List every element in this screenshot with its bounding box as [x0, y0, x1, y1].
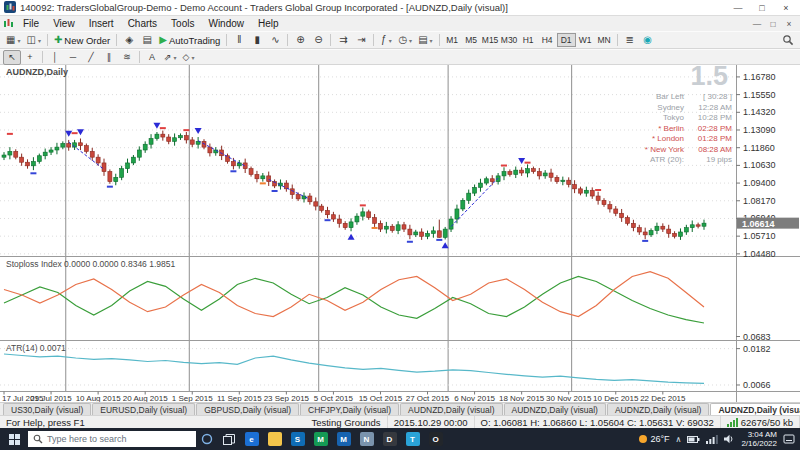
zoom-out-button-icon: ⊖ — [314, 35, 322, 45]
network-icon[interactable] — [706, 435, 718, 444]
taskbar-icon-discord[interactable]: D — [378, 428, 401, 450]
weather-widget[interactable]: 26°F — [639, 434, 669, 444]
cortana-button[interactable] — [196, 428, 218, 450]
menu-help[interactable]: Help — [251, 18, 286, 29]
windows-taskbar: Type here to search eSMMNDTO 26°F ∧ 3:04… — [0, 428, 800, 450]
window-close-button[interactable]: × — [776, 3, 796, 13]
taskbar-icon-obs[interactable]: O — [424, 428, 447, 450]
timeframe-mn-button[interactable]: MN — [595, 33, 614, 47]
menu-insert[interactable]: Insert — [82, 18, 121, 29]
vertical-line-button[interactable]: │ — [46, 50, 64, 65]
menu-tools[interactable]: Tools — [164, 18, 201, 29]
candlestick-chart-button[interactable]: ▮ — [248, 33, 266, 48]
periods-button[interactable]: ◷▾ — [395, 33, 415, 48]
chart-restore-button[interactable]: □ — [765, 19, 781, 29]
chart-tab-0[interactable]: US30,Daily (visual) — [3, 403, 91, 415]
chart-tab-6[interactable]: AUDNZD,Daily (visual) — [607, 403, 709, 415]
status-connection[interactable]: 62676/50 kb — [721, 416, 800, 428]
zoom-out-button[interactable]: ⊖ — [309, 33, 327, 48]
window-minimize-button[interactable]: — — [728, 3, 748, 13]
timeframe-h1-button[interactable]: H1 — [519, 33, 538, 47]
zoom-in-button[interactable]: ⊕ — [291, 33, 309, 48]
indicators-button[interactable]: ƒ▾ — [377, 33, 395, 48]
taskbar-icon-edge[interactable]: e — [240, 428, 263, 450]
svg-text:1.15550: 1.15550 — [743, 90, 776, 100]
menu-window[interactable]: Window — [201, 18, 251, 29]
chart-system-menu-icon[interactable] — [3, 18, 14, 29]
clock-row: ATR (20):19 pips — [645, 155, 732, 166]
taskbar-clock[interactable]: 3:04 AM 2/16/2022 — [741, 430, 777, 448]
system-tray: 26°F ∧ 3:04 AM 2/16/2022 — [639, 428, 800, 450]
battery-icon[interactable] — [687, 435, 700, 444]
fibonacci-button[interactable]: ≋ — [118, 50, 136, 65]
community-button[interactable]: ◉ — [639, 33, 657, 48]
taskbar-icon-store[interactable]: S — [286, 428, 309, 450]
tray-overflow-button[interactable]: ∧ — [676, 435, 682, 444]
candle — [526, 169, 530, 173]
chart-tab-1[interactable]: EURUSD,Daily (visual) — [92, 403, 195, 415]
metaeditor-button[interactable]: ◈ — [120, 33, 138, 48]
horizontal-line-button[interactable]: ─ — [64, 50, 82, 65]
new-chart-button[interactable]: ▦▾ — [3, 33, 23, 48]
candle — [226, 156, 230, 162]
date-label: 11 Sep 2015 — [217, 394, 262, 403]
chart-tab-7[interactable]: AUDNZD,Daily (visual) — [710, 403, 800, 415]
timeframe-m30-button[interactable]: M30 — [500, 33, 519, 47]
menu-view[interactable]: View — [46, 18, 82, 29]
window-title: 140092: TradersGlobalGroup-Demo - Demo A… — [20, 2, 724, 13]
shapes-button[interactable]: ◇▾ — [180, 50, 198, 65]
start-button[interactable] — [0, 428, 28, 450]
taskbar-icon-notes[interactable]: N — [355, 428, 378, 450]
timeframe-m15-button[interactable]: M15 — [481, 33, 500, 47]
taskbar-icon-mt5[interactable]: M — [332, 428, 355, 450]
taskbar-icon-telegram[interactable]: T — [401, 428, 424, 450]
chart-shift-button[interactable]: ⇥ — [352, 33, 370, 48]
data-window-button[interactable]: ≣ — [621, 33, 639, 48]
window-maximize-button[interactable]: □ — [752, 3, 772, 13]
timeframe-w1-button[interactable]: W1 — [576, 33, 595, 47]
chart-tab-3[interactable]: CHFJPY,Daily (visual) — [300, 403, 399, 415]
auto-scroll-button[interactable]: ⇉ — [334, 33, 352, 48]
trendline-button[interactable]: ╱ — [82, 50, 100, 65]
timeframe-d1-button[interactable]: D1 — [557, 33, 576, 47]
cursor-button[interactable]: ↖ — [3, 50, 21, 65]
taskbar-icon-mt4[interactable]: M — [309, 428, 332, 450]
menu-file[interactable]: File — [16, 18, 46, 29]
chart-tab-4[interactable]: AUDNZD,Daily (visual) — [400, 403, 502, 415]
task-view-button[interactable] — [218, 428, 240, 450]
menu-charts[interactable]: Charts — [121, 18, 164, 29]
chart-minimize-button[interactable]: — — [749, 19, 765, 29]
channel-button[interactable]: ∥ — [100, 50, 118, 65]
notification-center-icon[interactable] — [783, 434, 795, 444]
timeframe-m1-button[interactable]: M1 — [443, 33, 462, 47]
profiles-button[interactable]: ◫▾ — [23, 33, 43, 48]
chart-tab-5[interactable]: AUDNZD,Daily (visual) — [504, 403, 606, 415]
arrows-button[interactable]: ⇗▾ — [161, 50, 180, 65]
terminal-button[interactable]: ▤ — [138, 33, 156, 48]
candle — [149, 138, 153, 144]
svg-text:1.16780: 1.16780 — [743, 72, 776, 82]
candle — [543, 173, 547, 176]
candle — [426, 233, 430, 236]
search-button[interactable] — [779, 33, 797, 48]
chart-tab-2[interactable]: GBPUSD,Daily (visual) — [196, 403, 299, 415]
autotrading-button[interactable]: ▶AutoTrading — [156, 33, 223, 48]
text-button[interactable]: A — [143, 50, 161, 65]
chart-close-button[interactable]: × — [781, 19, 797, 29]
volume-icon[interactable] — [724, 434, 735, 444]
candle — [414, 232, 418, 235]
candle — [84, 146, 88, 152]
bar-chart-button[interactable]: ǁ — [230, 33, 248, 48]
candle — [643, 232, 647, 235]
taskbar-icon-file-explorer[interactable] — [263, 428, 286, 450]
templates-button[interactable]: ▤▾ — [415, 33, 435, 48]
new-order-button[interactable]: ✚New Order — [51, 33, 113, 48]
metaeditor-button-icon: ◈ — [125, 35, 133, 45]
crosshair-button[interactable]: + — [21, 50, 39, 65]
line-chart-button[interactable]: ∿ — [266, 33, 284, 48]
timeframe-h4-button[interactable]: H4 — [538, 33, 557, 47]
timeframe-m5-button[interactable]: M5 — [462, 33, 481, 47]
status-profile[interactable]: Testing Grounds — [305, 416, 387, 428]
candle — [178, 136, 182, 138]
taskbar-search-input[interactable]: Type here to search — [28, 431, 196, 447]
